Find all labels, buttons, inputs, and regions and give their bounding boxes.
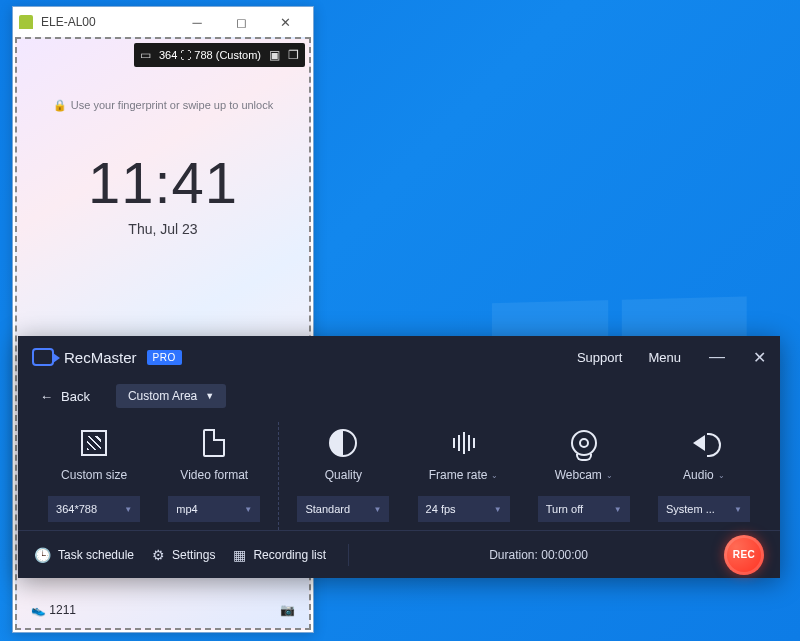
close-button[interactable]: ✕ [753, 348, 766, 367]
option-quality: Quality Standard▼ [283, 422, 403, 530]
option-custom-size: Custom size 364*788▼ [34, 422, 154, 530]
arrow-left-icon: ← [40, 389, 53, 404]
recmaster-logo-icon [32, 348, 54, 366]
recmaster-panel: RecMaster PRO Support Menu — ✕ ← Back Cu… [18, 336, 780, 578]
pro-badge: PRO [147, 350, 182, 365]
menu-link[interactable]: Menu [648, 350, 681, 365]
recmaster-footer: 🕒 Task schedule ⚙ Settings ▦ Recording l… [18, 530, 780, 578]
step-count: 👟 1211 [31, 603, 76, 617]
audio-select[interactable]: System ...▼ [658, 496, 750, 522]
maximize-button[interactable]: ◻ [219, 8, 263, 36]
capture-dim-bar[interactable]: ▭ 364 ⛶ 788 (Custom) ▣ ❐ [134, 43, 305, 67]
file-icon [203, 429, 225, 457]
option-label: Custom size [61, 468, 127, 482]
custom-size-select[interactable]: 364*788▼ [48, 496, 140, 522]
option-frame-rate: Frame rate⌄ 24 fps▼ [404, 422, 524, 530]
close-button[interactable]: ✕ [263, 8, 307, 36]
webcam-select[interactable]: Turn off▼ [538, 496, 630, 522]
settings-button[interactable]: ⚙ Settings [152, 547, 215, 563]
lockscreen-bottom: 👟 1211 📷 [17, 598, 309, 622]
option-label: Audio⌄ [683, 468, 725, 482]
lock-icon: 🔒 [53, 99, 67, 111]
options-row: Custom size 364*788▼ Video format mp4▼ Q… [18, 414, 780, 530]
option-label: Webcam⌄ [555, 468, 613, 482]
gear-icon: ⚙ [152, 547, 165, 563]
scrcpy-titlebar[interactable]: ELE-AL00 ─ ◻ ✕ [13, 7, 313, 37]
recording-list-button[interactable]: ▦ Recording list [233, 547, 326, 563]
frame-rate-icon [453, 431, 475, 455]
grid-icon: ▦ [233, 547, 246, 563]
audio-icon [693, 435, 705, 451]
task-schedule-button[interactable]: 🕒 Task schedule [34, 547, 134, 563]
lockscreen-date: Thu, Jul 23 [17, 221, 309, 237]
option-label: Quality [325, 468, 362, 482]
lockscreen-clock: 11:41 [17, 149, 309, 216]
capture-dimensions: 364 ⛶ 788 (Custom) [159, 49, 261, 61]
quality-select[interactable]: Standard▼ [297, 496, 389, 522]
custom-size-icon [81, 430, 107, 456]
quality-icon [329, 429, 357, 457]
scrcpy-title: ELE-AL00 [41, 15, 175, 29]
duplicate-icon[interactable]: ❐ [288, 48, 299, 62]
camera-shortcut-icon[interactable]: 📷 [280, 603, 295, 617]
option-video-format: Video format mp4▼ [154, 422, 274, 530]
option-webcam: Webcam⌄ Turn off▼ [524, 422, 644, 530]
record-button[interactable]: REC [724, 535, 764, 575]
recmaster-subheader: ← Back Custom Area ▼ [18, 378, 780, 414]
option-label: Frame rate⌄ [429, 468, 499, 482]
recmaster-header: RecMaster PRO Support Menu — ✕ [18, 336, 780, 378]
webcam-icon [571, 430, 597, 456]
unlock-hint: 🔒Use your fingerprint or swipe up to unl… [17, 99, 309, 112]
option-label: Video format [180, 468, 248, 482]
battery-icon: ▭ [140, 48, 151, 62]
minimize-button[interactable]: ─ [175, 8, 219, 36]
android-icon [19, 15, 33, 29]
video-format-select[interactable]: mp4▼ [168, 496, 260, 522]
chevron-down-icon: ▼ [205, 391, 214, 401]
minimize-button[interactable]: — [709, 348, 725, 366]
clock-icon: 🕒 [34, 547, 51, 563]
capture-mode-select[interactable]: Custom Area ▼ [116, 384, 226, 408]
back-button[interactable]: ← Back [40, 389, 90, 404]
folder-icon[interactable]: ▣ [269, 48, 280, 62]
recmaster-title: RecMaster [64, 349, 137, 366]
support-link[interactable]: Support [577, 350, 623, 365]
frame-rate-select[interactable]: 24 fps▼ [418, 496, 510, 522]
option-audio: Audio⌄ System ...▼ [644, 422, 764, 530]
duration-display: Duration: 00:00:00 [489, 548, 588, 562]
